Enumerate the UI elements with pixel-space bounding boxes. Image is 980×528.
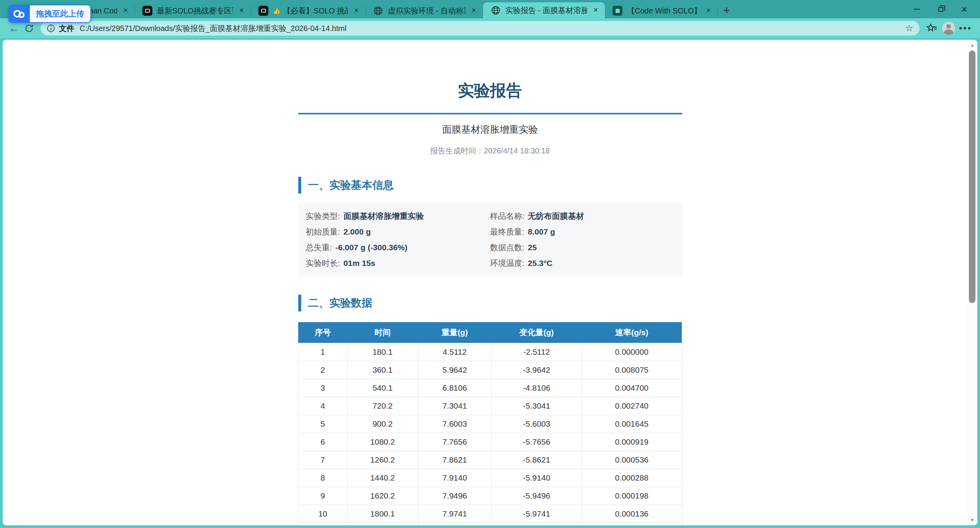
upload-badge-label: 拖拽至此上传: [30, 5, 91, 23]
info-label: 初始质量:: [306, 227, 340, 236]
table-column-header: 序号: [298, 322, 347, 343]
tab-close-icon[interactable]: ×: [351, 5, 362, 16]
info-label: 最终质量:: [490, 227, 524, 236]
info-item: 总失重:-6.007 g (-300.36%): [306, 243, 490, 251]
table-cell: 4: [298, 397, 347, 415]
table-cell: 7.8621: [418, 451, 492, 469]
table-cell: 0.000288: [581, 469, 682, 487]
restore-button[interactable]: [929, 0, 952, 18]
close-button[interactable]: ×: [952, 0, 976, 18]
table-cell: 1440.2: [347, 469, 418, 487]
globe-icon: [373, 6, 383, 16]
table-cell: -4.8106: [492, 379, 581, 397]
info-label: 数据点数:: [490, 243, 524, 252]
info-label: 实验类型:: [306, 212, 340, 220]
table-cell: [492, 523, 581, 525]
page-subtitle: 面膜基材溶胀增重实验: [298, 125, 682, 134]
table-cell: 1620.2: [347, 487, 418, 505]
collections-button[interactable]: [923, 21, 940, 36]
table-row: 91620.27.9496-5.94960.000198: [298, 487, 682, 505]
scrollbar[interactable]: ▲ ▼: [967, 40, 977, 525]
info-value: 8.007 g: [528, 227, 555, 236]
info-value: 2.000 g: [343, 227, 371, 236]
refresh-icon: [24, 24, 34, 33]
info-value: 25: [528, 243, 537, 252]
minimize-icon: [914, 9, 920, 10]
tab-label: 【必看】SOLO 挑战赛作品提交: [283, 6, 348, 16]
back-button[interactable]: ←: [6, 21, 21, 36]
trae-icon: [142, 6, 152, 16]
table-row: 1180.14.5112-2.51120.000000: [298, 343, 682, 361]
tab-close-icon[interactable]: ×: [236, 5, 247, 16]
tab[interactable]: 👍【必看】SOLO 挑战赛作品提交×: [251, 3, 366, 18]
tab-close-icon[interactable]: ×: [469, 5, 479, 16]
window-controls: ×: [905, 0, 976, 18]
back-icon: ←: [9, 23, 19, 34]
table-cell: [347, 523, 418, 525]
info-value: 无纺布面膜基材: [528, 212, 584, 220]
table-row: 101800.17.9741-5.97410.000136: [298, 505, 682, 523]
table-cell: 2: [298, 361, 347, 379]
table-cell: 1: [298, 343, 347, 361]
collections-icon: [926, 23, 937, 33]
bookmark-star-icon[interactable]: ☆: [905, 23, 913, 34]
table-column-header: 时间: [347, 322, 418, 343]
profile-button[interactable]: [940, 21, 957, 36]
tab-label: 虚拟实验环境 - 自动称重系统: [388, 6, 466, 16]
netdisk-cloud-icon: [8, 5, 30, 23]
upload-drop-badge[interactable]: 拖拽至此上传: [8, 5, 91, 23]
table-cell: 0.000919: [581, 433, 682, 451]
tab-active[interactable]: 实验报告 - 面膜基材溶胀增重实验×: [483, 2, 605, 18]
globe-icon: [491, 5, 501, 15]
url-text[interactable]: C:/Users/29571/Downloads/实验报告_面膜基材溶胀增重实验…: [80, 23, 901, 34]
info-label: 环境温度:: [490, 259, 524, 267]
info-item: 初始质量:2.000 g: [306, 228, 490, 236]
tab-label: 最新SOLO挑战赛专区话题 - TRAE: [157, 6, 233, 16]
table-cell: -2.5112: [492, 343, 581, 361]
table-column-header: 变化量(g): [492, 322, 581, 343]
title-rule: [298, 113, 682, 114]
new-tab-button[interactable]: +: [718, 3, 735, 18]
table-cell: -5.3041: [492, 397, 581, 415]
scroll-down-icon[interactable]: ▼: [967, 515, 977, 525]
more-menu-icon: •••: [959, 23, 972, 34]
table-cell: -3.9642: [492, 361, 581, 379]
tab-label: 实验报告 - 面膜基材溶胀增重实验: [505, 5, 587, 16]
info-item: 数据点数:25: [490, 243, 675, 251]
refresh-button[interactable]: [21, 21, 37, 36]
info-label: 实验时长:: [306, 259, 340, 267]
report-page: 实验报告 面膜基材溶胀增重实验 报告生成时间：2026/4/14 18:30:1…: [3, 40, 977, 525]
table-cell: 0.000198: [581, 487, 682, 505]
tab[interactable]: 【Code With SOLO】用 SOLO 2分×: [605, 3, 718, 18]
tab[interactable]: 虚拟实验环境 - 自动称重系统×: [366, 3, 483, 18]
scroll-up-icon[interactable]: ▲: [967, 41, 977, 50]
tab-close-icon[interactable]: ×: [590, 5, 601, 16]
table-cell: 1260.2: [347, 451, 418, 469]
table-cell: [298, 523, 347, 525]
table-cell: 7.6003: [418, 415, 492, 433]
table-cell: 1800.1: [347, 505, 418, 523]
table-cell: 7.3041: [418, 397, 492, 415]
table-cell: 3: [298, 379, 347, 397]
tab-strip: ore Than Coding×最新SOLO挑战赛专区话题 - TRAE×👍【必…: [43, 0, 718, 18]
minimize-button[interactable]: [905, 0, 929, 18]
report-generated-time: 报告生成时间：2026/4/14 18:30:18: [298, 147, 682, 155]
tab-close-icon[interactable]: ×: [703, 5, 714, 16]
table-cell: [581, 523, 682, 525]
table-cell: 0.000136: [581, 505, 682, 523]
table-cell: -5.9741: [492, 505, 581, 523]
info-value: 01m 15s: [343, 259, 375, 267]
address-bar[interactable]: 文件 C:/Users/29571/Downloads/实验报告_面膜基材溶胀增…: [41, 21, 920, 36]
info-value: 面膜基材溶胀增重实验: [343, 212, 424, 220]
info-value: 25.3°C: [528, 259, 552, 267]
tab[interactable]: 最新SOLO挑战赛专区话题 - TRAE×: [135, 3, 251, 18]
table-cell: 0.000000: [581, 343, 682, 361]
table-cell: 7.9140: [418, 469, 492, 487]
scrollbar-thumb[interactable]: [969, 51, 975, 303]
tab-close-icon[interactable]: ×: [120, 5, 131, 16]
thumbs-up-emoji: 👍: [273, 7, 281, 15]
more-menu-button[interactable]: •••: [957, 21, 974, 36]
data-table-header-row: 序号时间重量(g)变化量(g)速率(g/s): [298, 322, 682, 343]
table-cell: 0.002740: [581, 397, 682, 415]
table-column-header: 重量(g): [418, 322, 492, 343]
